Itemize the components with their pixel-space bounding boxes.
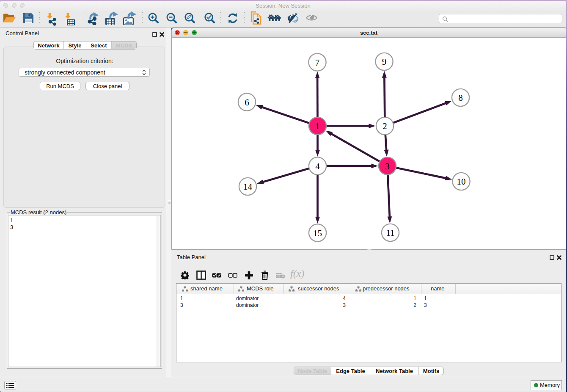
svg-text:3: 3 xyxy=(385,161,390,171)
svg-text:15: 15 xyxy=(313,228,322,238)
svg-text:7: 7 xyxy=(315,58,320,68)
svg-text:11: 11 xyxy=(386,228,394,238)
svg-text:6: 6 xyxy=(245,97,249,108)
svg-text:10: 10 xyxy=(457,177,466,187)
svg-text:14: 14 xyxy=(243,182,253,192)
svg-text:4: 4 xyxy=(315,161,320,171)
svg-text:8: 8 xyxy=(458,93,463,103)
svg-text:2: 2 xyxy=(383,121,387,131)
svg-text:1: 1 xyxy=(315,121,320,131)
svg-text:9: 9 xyxy=(382,57,387,67)
